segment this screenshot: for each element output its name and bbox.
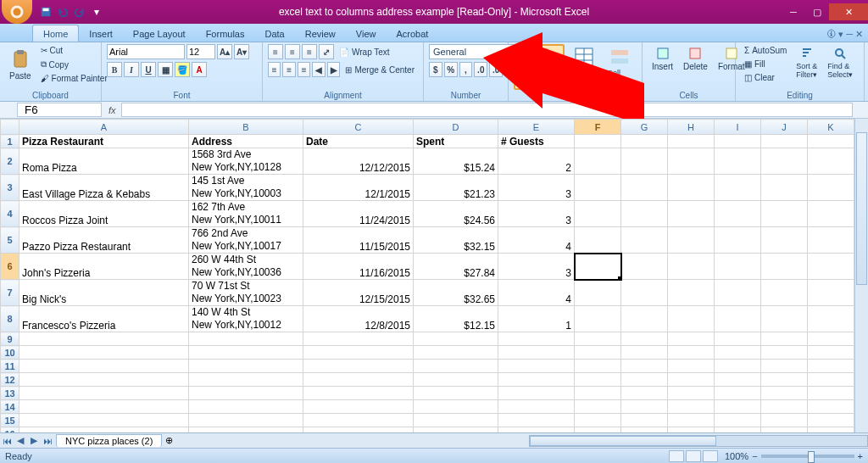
cell[interactable]: 4 — [498, 227, 575, 254]
increase-decimal-button[interactable]: .0 — [474, 62, 487, 77]
vertical-scrollbar[interactable] — [854, 119, 868, 432]
format-as-table-button[interactable]: Format asTable▾ — [566, 44, 601, 97]
sheet-tab[interactable]: NYC pizza places (2) — [56, 434, 162, 447]
align-top-button[interactable]: ≡ — [268, 44, 283, 59]
cell[interactable] — [715, 148, 761, 175]
tab-data[interactable]: Data — [254, 25, 294, 42]
cell[interactable] — [621, 175, 668, 201]
cell[interactable] — [668, 332, 715, 346]
cell[interactable]: $15.24 — [414, 148, 498, 175]
cell[interactable] — [575, 280, 621, 306]
cell[interactable] — [303, 427, 414, 433]
cell[interactable]: $24.56 — [414, 201, 498, 227]
cell[interactable] — [761, 387, 808, 400]
cell[interactable] — [19, 373, 189, 387]
save-icon[interactable] — [39, 5, 53, 19]
cell[interactable] — [621, 227, 668, 254]
zoom-out-button[interactable]: − — [752, 451, 757, 461]
cell[interactable] — [761, 373, 808, 387]
align-bottom-button[interactable]: ≡ — [302, 44, 317, 59]
cell[interactable] — [575, 387, 621, 400]
cell[interactable] — [498, 373, 575, 387]
cell[interactable]: 12/1/2015 — [303, 175, 414, 201]
cell[interactable] — [498, 387, 575, 400]
align-left-button[interactable]: ≡ — [268, 62, 281, 77]
cell[interactable] — [668, 400, 715, 414]
cell[interactable] — [189, 360, 303, 373]
cell[interactable] — [808, 360, 854, 373]
cell[interactable] — [668, 201, 715, 227]
col-header[interactable]: K — [808, 120, 854, 135]
name-box[interactable] — [17, 103, 102, 117]
cell[interactable] — [808, 346, 854, 360]
cell[interactable] — [189, 373, 303, 387]
zoom-in-button[interactable]: + — [858, 451, 863, 461]
cell-styles-button[interactable]: CellStyles▾ — [603, 44, 637, 88]
cell[interactable]: Address — [189, 135, 303, 148]
cell[interactable] — [19, 414, 189, 427]
cut-button[interactable]: ✂Cut — [37, 44, 111, 57]
cell[interactable] — [715, 400, 761, 414]
decrease-font-button[interactable]: A▾ — [234, 44, 249, 59]
cell[interactable] — [761, 254, 808, 280]
cell[interactable]: $12.15 — [414, 306, 498, 332]
col-header[interactable]: I — [715, 120, 761, 135]
cell[interactable] — [715, 427, 761, 433]
cell[interactable] — [808, 387, 854, 400]
cell[interactable] — [621, 148, 668, 175]
clear-button[interactable]: ◫Clear — [741, 71, 790, 84]
col-header[interactable]: F — [575, 120, 621, 135]
cell[interactable] — [498, 427, 575, 433]
cell[interactable]: 3 — [498, 175, 575, 201]
cell[interactable]: 1568 3rd AveNew York,NY,10128 — [189, 148, 303, 175]
cell[interactable] — [668, 254, 715, 280]
cell[interactable] — [715, 201, 761, 227]
cell[interactable] — [668, 227, 715, 254]
cell[interactable]: John's Pizzeria — [19, 254, 189, 280]
decrease-decimal-button[interactable]: .0 — [489, 62, 503, 77]
row-header[interactable]: 15 — [1, 414, 19, 427]
cell[interactable] — [621, 280, 668, 306]
cell[interactable] — [761, 135, 808, 148]
cell[interactable] — [761, 400, 808, 414]
normal-view-button[interactable] — [669, 450, 684, 462]
cell[interactable] — [715, 332, 761, 346]
cell[interactable] — [303, 360, 414, 373]
cell[interactable] — [575, 227, 621, 254]
cell[interactable] — [715, 346, 761, 360]
cell[interactable]: 3 — [498, 201, 575, 227]
row-header[interactable]: 9 — [1, 332, 19, 346]
scroll-thumb[interactable] — [530, 436, 716, 446]
cell[interactable]: Pazzo Pizza Restaurant — [19, 227, 189, 254]
cell[interactable] — [761, 227, 808, 254]
tab-formulas[interactable]: Formulas — [196, 25, 255, 42]
bold-button[interactable]: B — [107, 62, 122, 77]
cell[interactable] — [621, 373, 668, 387]
cell[interactable]: 11/15/2015 — [303, 227, 414, 254]
cell[interactable] — [668, 373, 715, 387]
row-header[interactable]: 14 — [1, 400, 19, 414]
cell[interactable] — [761, 280, 808, 306]
increase-font-button[interactable]: A▴ — [217, 44, 232, 59]
underline-button[interactable]: U — [141, 62, 156, 77]
row-header[interactable]: 7 — [1, 280, 19, 306]
cell[interactable] — [761, 346, 808, 360]
cell[interactable] — [808, 400, 854, 414]
cell[interactable]: Big Nick's — [19, 280, 189, 306]
page-break-view-button[interactable] — [703, 450, 718, 462]
cell[interactable] — [575, 360, 621, 373]
redo-icon[interactable] — [73, 5, 86, 19]
cell[interactable] — [621, 414, 668, 427]
scroll-thumb[interactable] — [856, 132, 867, 285]
worksheet-grid[interactable]: A B C D E F G H I J K 1Pizza RestaurantA… — [0, 119, 868, 432]
cell[interactable] — [668, 346, 715, 360]
cell[interactable] — [621, 254, 668, 280]
font-name-select[interactable] — [107, 44, 185, 59]
cell[interactable] — [19, 360, 189, 373]
cell[interactable]: $32.65 — [414, 280, 498, 306]
col-header[interactable]: B — [189, 120, 303, 135]
delete-cells-button[interactable]: Delete — [679, 44, 712, 74]
cell[interactable] — [808, 254, 854, 280]
cell[interactable] — [189, 387, 303, 400]
cell[interactable] — [575, 427, 621, 433]
